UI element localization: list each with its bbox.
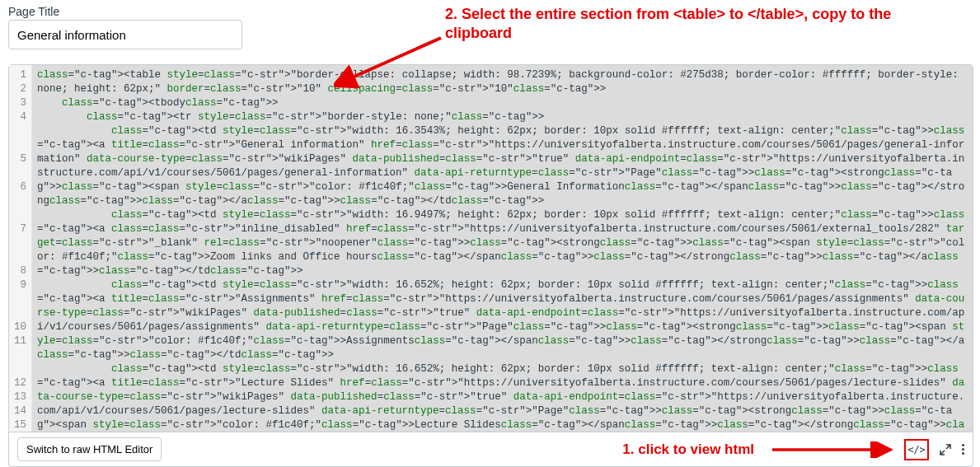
fullscreen-icon[interactable]	[939, 443, 952, 456]
view-html-icon[interactable]: </>	[904, 439, 929, 460]
annotation-step2: 2. Select the entire section from <table…	[445, 5, 907, 43]
arrow-step2-icon	[334, 33, 449, 91]
editor-footer: Switch to raw HTML Editor 1. click to vi…	[8, 432, 973, 467]
line-gutter: 123456789101112131415	[9, 65, 32, 432]
svg-line-0	[349, 38, 441, 79]
code-content[interactable]: class="c-tag"><table style=class="c-str"…	[32, 65, 973, 432]
html-editor[interactable]: 123456789101112131415 class="c-tag"><tab…	[8, 64, 973, 432]
switch-raw-html-button[interactable]: Switch to raw HTML Editor	[17, 437, 162, 461]
more-options-icon[interactable]	[962, 444, 964, 455]
page-title-input[interactable]	[8, 20, 242, 49]
annotation-step1: 1. click to view html	[622, 441, 754, 459]
arrow-step1-icon	[771, 441, 894, 458]
